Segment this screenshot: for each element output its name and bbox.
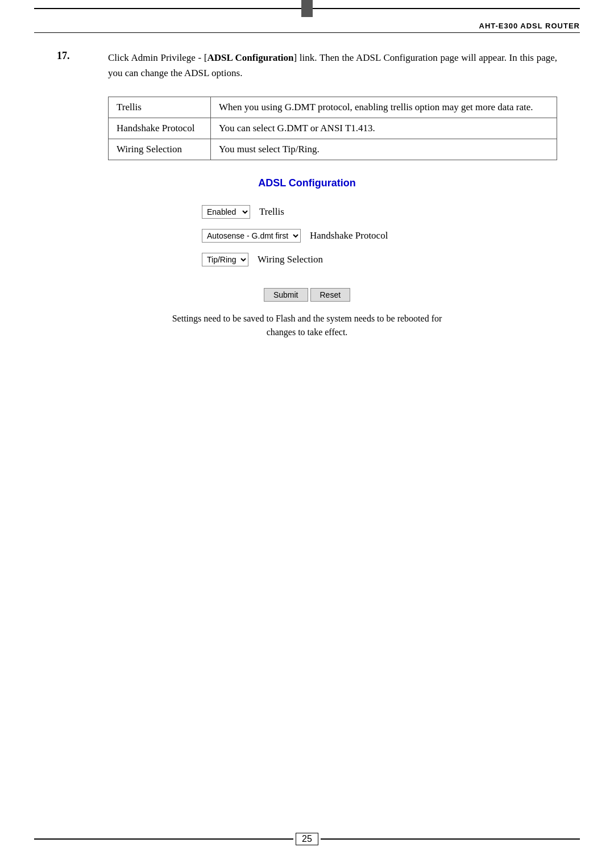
trellis-select[interactable]: Enabled Disabled: [202, 205, 250, 219]
table-cell-desc: When you using G.DMT protocol, enabling …: [211, 97, 557, 118]
handshake-row: Autosense - G.dmt first G.DMT ANSI T1.41…: [202, 229, 412, 243]
bold-link: ADSL Configuration: [207, 52, 293, 63]
table-row: Handshake Protocol You can select G.DMT …: [109, 118, 557, 139]
top-header-bar: [34, 0, 580, 17]
info-table: Trellis When you using G.DMT protocol, e…: [108, 97, 557, 160]
header-title-text: AHT-E300 ADSL ROUTER: [479, 22, 580, 30]
table-row: Trellis When you using G.DMT protocol, e…: [109, 97, 557, 118]
table-cell-desc: You can select G.DMT or ANSI T1.413.: [211, 118, 557, 139]
document-title: AHT-E300 ADSL ROUTER: [0, 17, 614, 32]
table-cell-label: Wiring Selection: [109, 139, 211, 160]
wiring-select[interactable]: Tip/Ring: [202, 253, 248, 266]
table-cell-desc: You must select Tip/Ring.: [211, 139, 557, 160]
step-17-row: 17. Click Admin Privilege - [ADSL Config…: [57, 50, 557, 81]
bottom-line-left: [34, 838, 293, 840]
adsl-config-section: ADSL Configuration Enabled Disabled Trel…: [57, 177, 557, 339]
note-line2: changes to take effect.: [267, 327, 348, 337]
wiring-label: Wiring Selection: [258, 254, 360, 265]
handshake-select[interactable]: Autosense - G.dmt first G.DMT ANSI T1.41…: [202, 229, 301, 243]
submit-button[interactable]: Submit: [264, 288, 308, 302]
reset-button[interactable]: Reset: [310, 288, 351, 302]
handshake-label: Handshake Protocol: [310, 230, 412, 241]
trellis-row: Enabled Disabled Trellis: [202, 205, 412, 219]
top-connector: [301, 0, 313, 17]
main-content: 17. Click Admin Privilege - [ADSL Config…: [0, 33, 614, 373]
bottom-area: 25: [0, 833, 614, 845]
step-text: Click Admin Privilege - [ADSL Configurat…: [108, 50, 557, 81]
adsl-config-title: ADSL Configuration: [57, 177, 557, 189]
trellis-label: Trellis: [259, 206, 362, 218]
settings-note: Settings need to be saved to Flash and t…: [57, 312, 557, 339]
bottom-divider: 25: [34, 833, 580, 845]
wiring-row: Tip/Ring Wiring Selection: [202, 253, 412, 266]
note-line1: Settings need to be saved to Flash and t…: [172, 314, 442, 323]
page-number: 25: [296, 833, 318, 845]
step-number: 17.: [57, 50, 91, 81]
adsl-form: Enabled Disabled Trellis Autosense - G.d…: [202, 205, 412, 277]
bottom-line-right: [321, 838, 580, 840]
form-buttons: Submit Reset: [57, 288, 557, 302]
table-cell-label: Trellis: [109, 97, 211, 118]
table-cell-label: Handshake Protocol: [109, 118, 211, 139]
table-row: Wiring Selection You must select Tip/Rin…: [109, 139, 557, 160]
